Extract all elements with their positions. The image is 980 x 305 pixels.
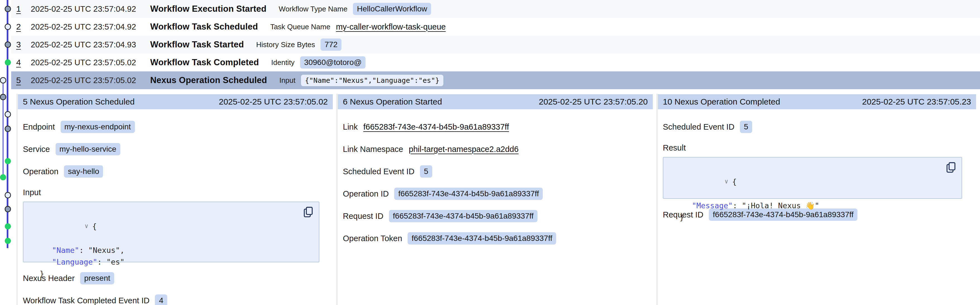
panel-title: 10 Nexus Operation Completed: [663, 97, 780, 106]
panel-timestamp: 2025-02-25 UTC 23:57:05.20: [539, 97, 648, 106]
workflow-history-view: { "colors": { "selected_row_bg": "#a9b8d…: [0, 0, 980, 305]
panel-body: Link f665283f-743e-4374-b45b-9a61a89337f…: [337, 109, 657, 245]
event-detail-label: Input: [279, 76, 295, 85]
event-status-marker-green: [5, 158, 11, 164]
event-detail-badge: HelloCallerWorkflow: [353, 3, 431, 15]
operation-id-label: Operation ID: [343, 189, 389, 199]
event-detail-label: Task Queue Name: [270, 22, 330, 31]
event-detail-panels: 5 Nexus Operation Scheduled 2025-02-25 U…: [17, 94, 980, 305]
result-section-label: Result: [663, 143, 980, 153]
event-timeline-graph: [0, 0, 17, 305]
scheduled-event-id-badge: 5: [740, 121, 752, 133]
event-row-2[interactable]: 2 2025-02-25 UTC 23:57:04.92 Workflow Ta…: [11, 18, 980, 36]
event-timestamp: 2025-02-25 UTC 23:57:04.92: [31, 22, 139, 32]
service-label: Service: [23, 145, 50, 154]
wf-task-completed-event-id-badge: 4: [155, 294, 167, 305]
endpoint-badge: my-nexus-endpoint: [60, 121, 135, 133]
event-type: Workflow Task Scheduled: [150, 22, 258, 32]
event-detail-label: History Size Bytes: [256, 40, 315, 49]
scheduled-event-id-badge: 5: [420, 165, 432, 178]
event-id-link[interactable]: 5: [16, 76, 24, 85]
event-status-marker-slate: [5, 206, 11, 212]
task-queue-link[interactable]: my-caller-workflow-task-queue: [336, 22, 445, 32]
event-status-marker-light: [5, 112, 11, 117]
copy-icon[interactable]: [303, 206, 314, 218]
input-section-label: Input: [23, 188, 337, 197]
event-row-3[interactable]: 3 2025-02-25 UTC 23:57:04.93 Workflow Ta…: [11, 36, 980, 54]
event-type: Nexus Operation Scheduled: [150, 75, 267, 85]
panel-timestamp: 2025-02-25 UTC 23:57:05.23: [862, 97, 971, 106]
event-id-link[interactable]: 3: [16, 40, 24, 49]
event-status-marker-green: [5, 59, 11, 65]
event-input-badge: {"Name":"Nexus","Language":"es"}: [301, 75, 443, 86]
copy-icon[interactable]: [945, 161, 956, 174]
scheduled-event-id-label: Scheduled Event ID: [663, 122, 734, 131]
link-namespace-label: Link Namespace: [343, 145, 403, 154]
event-status-marker-light: [5, 192, 11, 198]
panel-nexus-operation-scheduled: 5 Nexus Operation Scheduled 2025-02-25 U…: [17, 94, 337, 305]
event-status-marker-green: [5, 223, 11, 229]
collapse-chevron-icon[interactable]: ∨: [84, 220, 88, 232]
event-detail-label: Identity: [271, 58, 294, 67]
event-timestamp: 2025-02-25 UTC 23:57:05.02: [31, 76, 139, 85]
panel-nexus-operation-completed: 10 Nexus Operation Completed 2025-02-25 …: [657, 94, 980, 305]
request-id-badge: f665283f-743e-4374-b45b-9a61a89337ff: [389, 210, 538, 222]
event-row-5-selected[interactable]: 5 2025-02-25 UTC 23:57:05.02 Nexus Opera…: [11, 71, 980, 89]
event-status-marker-slate: [5, 126, 11, 131]
operation-token-label: Operation Token: [343, 234, 402, 243]
request-id-label: Request ID: [343, 212, 383, 221]
collapse-chevron-icon[interactable]: ∨: [724, 175, 728, 187]
event-row-4[interactable]: 4 2025-02-25 UTC 23:57:05.02 Workflow Ta…: [11, 54, 980, 71]
panel-title: 5 Nexus Operation Scheduled: [23, 97, 135, 106]
operation-token-badge: f665283f-743e-4374-b45b-9a61a89337ff: [407, 232, 556, 245]
event-type: Workflow Execution Started: [150, 4, 266, 14]
event-id-link[interactable]: 2: [16, 22, 24, 32]
event-detail-badge: 772: [321, 38, 342, 51]
operation-label: Operation: [23, 167, 58, 176]
link-namespace-link[interactable]: phil-target-namespace2.a2dd6: [409, 145, 519, 154]
panel-timestamp: 2025-02-25 UTC 23:57:05.02: [219, 97, 328, 106]
event-status-marker-slate: [5, 42, 11, 47]
link-label: Link: [343, 122, 358, 131]
event-type: Workflow Task Completed: [150, 57, 259, 68]
panel-body: Scheduled Event ID 5 Result ∨{ "Message"…: [657, 109, 980, 221]
link-value-link[interactable]: f665283f-743e-4374-b45b-9a61a89337ff: [363, 122, 509, 131]
event-type: Workflow Task Started: [150, 40, 244, 50]
event-status-marker-light: [0, 77, 6, 83]
event-row-1[interactable]: 1 2025-02-25 UTC 23:57:04.92 Workflow Ex…: [11, 0, 980, 18]
scheduled-event-id-label: Scheduled Event ID: [343, 167, 414, 176]
panel-title: 6 Nexus Operation Started: [343, 97, 442, 106]
panel-header: 5 Nexus Operation Scheduled 2025-02-25 U…: [18, 94, 333, 109]
event-detail-badge: 30960@totoro@: [300, 56, 366, 69]
operation-id-badge: f665283f-743e-4374-b45b-9a61a89337ff: [394, 188, 543, 200]
panel-header: 6 Nexus Operation Started 2025-02-25 UTC…: [338, 94, 653, 109]
result-json-viewer: ∨{ "Message": "¡Hola! Nexus 👋" }: [663, 157, 962, 199]
service-badge: my-hello-service: [56, 143, 120, 155]
panel-nexus-operation-started: 6 Nexus Operation Started 2025-02-25 UTC…: [337, 94, 657, 305]
event-detail-label: Workflow Type Name: [278, 5, 347, 13]
operation-badge: say-hello: [64, 165, 103, 178]
event-status-marker-slate: [0, 94, 6, 100]
event-history-list: 1 2025-02-25 UTC 23:57:04.92 Workflow Ex…: [11, 0, 980, 89]
event-timestamp: 2025-02-25 UTC 23:57:05.02: [31, 58, 139, 67]
panel-header: 10 Nexus Operation Completed 2025-02-25 …: [658, 94, 976, 109]
panel-body: Endpoint my-nexus-endpoint Service my-he…: [18, 109, 337, 305]
event-timestamp: 2025-02-25 UTC 23:57:04.92: [31, 5, 139, 14]
event-id-link[interactable]: 4: [16, 58, 24, 67]
input-json-viewer: ∨{ "Name": "Nexus", "Language": "es" }: [23, 202, 320, 262]
event-status-marker-slate: [5, 6, 11, 12]
event-status-marker-green: [5, 238, 11, 244]
event-status-marker-green: [0, 174, 6, 180]
event-id-link[interactable]: 1: [16, 4, 24, 14]
endpoint-label: Endpoint: [23, 122, 55, 131]
event-status-marker-light: [5, 24, 11, 30]
wf-task-completed-event-id-label: Workflow Task Completed Event ID: [23, 296, 150, 305]
event-timestamp: 2025-02-25 UTC 23:57:04.93: [31, 40, 139, 49]
